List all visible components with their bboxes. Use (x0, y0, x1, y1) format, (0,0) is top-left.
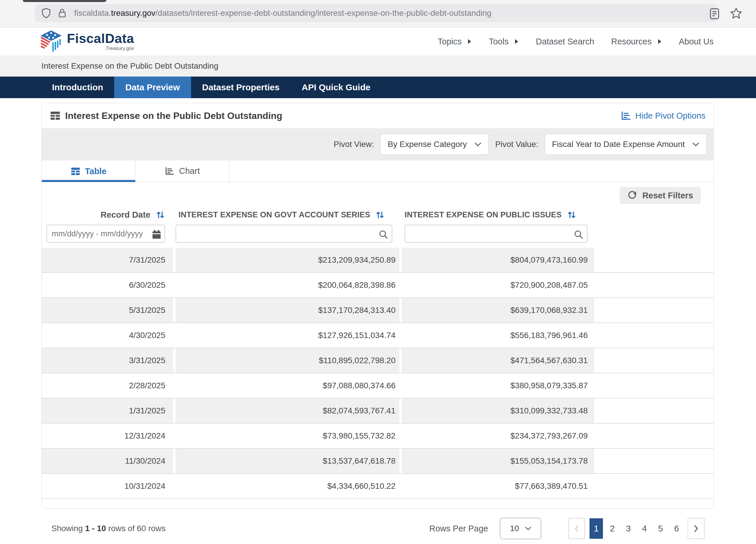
pivot-value-label: Pivot Value: (495, 140, 538, 149)
nav-about-us[interactable]: About Us (679, 37, 714, 46)
showing-rows-text: Showing 1 - 10 rows of 60 rows (51, 524, 166, 533)
browser-chrome: fiscaldata.treasury.gov/datasets/interes… (0, 0, 756, 27)
tab-chart-view[interactable]: Chart (136, 160, 229, 182)
govt-account-series-cell: $110,895,022,798.20 (176, 348, 399, 373)
govt-account-series-cell: $127,926,151,034.74 (176, 323, 399, 348)
bookmark-star-icon[interactable] (730, 7, 743, 20)
public-issues-cell: $556,183,796,961.46 (402, 323, 594, 348)
lock-icon[interactable] (58, 8, 67, 18)
hide-pivot-options-link[interactable]: Hide Pivot Options (621, 111, 705, 121)
govt-account-series-cell: $200,064,828,398.86 (176, 273, 399, 297)
record-date-cell: 12/31/2024 (42, 424, 173, 448)
tab-data-preview[interactable]: Data Preview (114, 77, 191, 98)
public-issues-cell: $720,900,208,487.05 (402, 273, 594, 297)
calendar-icon[interactable] (152, 229, 162, 240)
column-header-public-issues[interactable]: INTEREST EXPENSE ON PUBLIC ISSUES (402, 210, 594, 220)
tab-dataset-properties[interactable]: Dataset Properties (191, 77, 291, 98)
table-row: 11/30/2024 $13,537,647,618.78 $155,053,1… (42, 449, 714, 474)
table-grid-icon (50, 111, 60, 120)
govt-account-series-filter-input[interactable] (176, 225, 392, 243)
table-row: 1/31/2025 $82,074,593,767.41 $310,099,33… (42, 399, 714, 424)
tab-table-view[interactable]: Table (42, 160, 136, 182)
nav-topics[interactable]: Topics (438, 37, 472, 46)
public-issues-cell: $234,372,793,267.09 (402, 424, 594, 448)
table-row: 12/31/2024 $73,980,155,732.82 $234,372,7… (42, 424, 714, 449)
pivot-view-select[interactable]: By Expense Category (380, 134, 489, 155)
rows-per-page-select[interactable]: 10 (500, 518, 541, 539)
page-5-button[interactable]: 5 (654, 518, 667, 539)
public-issues-cell: $639,170,068,932.31 (402, 298, 594, 323)
page-3-button[interactable]: 3 (622, 518, 635, 539)
table-row: 4/30/2025 $127,926,151,034.74 $556,183,7… (42, 323, 714, 348)
table-row: 7/31/2025 $213,209,934,250.89 $804,079,4… (42, 248, 714, 273)
govt-account-series-cell: $97,088,080,374.66 (176, 373, 399, 398)
breadcrumb: Interest Expense on the Public Debt Outs… (0, 56, 756, 77)
public-issues-cell: $471,564,567,630.31 (402, 348, 594, 373)
page-4-button[interactable]: 4 (638, 518, 651, 539)
public-issues-cell: $77,663,389,470.51 (402, 474, 594, 498)
record-date-cell: 10/31/2024 (42, 474, 173, 498)
public-issues-cell: $380,958,079,335.87 (402, 373, 594, 398)
record-date-cell: 3/31/2025 (42, 348, 173, 373)
table-row: 6/30/2025 $200,064,828,398.86 $720,900,2… (42, 273, 714, 298)
main-nav: Topics Tools Dataset Search Resources Ab… (421, 37, 714, 46)
chevron-left-icon (574, 524, 579, 533)
chart-bars-icon (165, 167, 174, 176)
govt-account-series-cell: $137,170,284,313.40 (176, 298, 399, 323)
previous-page-button[interactable] (568, 518, 585, 539)
record-date-cell: 2/28/2025 (42, 373, 173, 398)
nav-dataset-search[interactable]: Dataset Search (536, 37, 594, 46)
view-mode-tabs: Table Chart (42, 160, 714, 182)
record-date-cell: 4/30/2025 (42, 323, 173, 348)
logo-subtitle: .Treasury.gov (104, 46, 134, 51)
next-page-button[interactable] (688, 518, 705, 539)
data-preview-card: Interest Expense on the Public Debt Outs… (41, 103, 714, 509)
tab-api-quick-guide[interactable]: API Quick Guide (291, 77, 382, 98)
site-header: FiscalData .Treasury.gov Topics Tools Da… (0, 27, 756, 56)
caret-right-icon (467, 39, 472, 44)
nav-resources[interactable]: Resources (611, 37, 662, 46)
refresh-icon (627, 190, 638, 201)
public-issues-filter-input[interactable] (405, 225, 587, 243)
table-header-row: Record Date INTEREST EXPENSE ON GOVT ACC… (42, 210, 714, 220)
table-pagination-footer: Showing 1 - 10 rows of 60 rows Rows Per … (51, 517, 705, 540)
shield-icon[interactable] (41, 8, 51, 18)
page-6-button[interactable]: 6 (670, 518, 683, 539)
page-1-button[interactable]: 1 (589, 518, 603, 539)
tab-introduction[interactable]: Introduction (41, 77, 114, 98)
public-issues-cell: $310,099,332,733.48 (402, 399, 594, 423)
record-date-cell: 6/30/2025 (42, 273, 173, 297)
table-row: 10/31/2024 $4,334,660,510.22 $77,663,389… (42, 474, 714, 499)
nav-tools[interactable]: Tools (489, 37, 519, 46)
search-icon (573, 229, 584, 240)
caret-right-icon (658, 39, 662, 44)
column-header-record-date[interactable]: Record Date (42, 210, 173, 220)
sort-arrows-icon[interactable] (375, 210, 385, 220)
public-issues-cell: $804,079,473,160.99 (402, 248, 594, 272)
govt-account-series-cell: $82,074,593,767.41 (176, 399, 399, 423)
govt-account-series-cell: $213,209,934,250.89 (176, 248, 399, 272)
govt-account-series-cell: $4,334,660,510.22 (176, 474, 399, 498)
chevron-right-icon (694, 524, 698, 533)
fiscaldata-logo[interactable]: FiscalData .Treasury.gov (39, 29, 134, 54)
page-2-button[interactable]: 2 (606, 518, 619, 539)
sort-arrows-icon[interactable] (155, 210, 166, 220)
sort-arrows-icon[interactable] (566, 210, 577, 220)
pivot-options-bar: Pivot View: By Expense Category Pivot Va… (42, 128, 714, 160)
pagination: 1 2 3 4 5 6 (568, 518, 705, 539)
date-range-filter-input[interactable] (46, 225, 165, 243)
address-bar[interactable]: fiscaldata.treasury.gov/datasets/interes… (35, 4, 717, 22)
caret-right-icon (514, 39, 519, 44)
browser-tab-remnant (23, 0, 106, 2)
govt-account-series-cell: $13,537,647,618.78 (176, 449, 399, 473)
column-header-govt-account-series[interactable]: INTEREST EXPENSE ON GOVT ACCOUNT SERIES (176, 210, 399, 220)
public-issues-cell: $155,053,154,173.78 (402, 449, 594, 473)
record-date-cell: 7/31/2025 (42, 248, 173, 272)
reset-filters-button[interactable]: Reset Filters (620, 187, 701, 204)
reader-mode-icon[interactable] (709, 7, 720, 20)
chevron-down-icon (692, 142, 699, 147)
record-date-cell: 5/31/2025 (42, 298, 173, 323)
pivot-value-select[interactable]: Fiscal Year to Date Expense Amount (545, 134, 707, 155)
record-date-cell: 1/31/2025 (42, 399, 173, 423)
logo-title: FiscalData (67, 32, 134, 45)
